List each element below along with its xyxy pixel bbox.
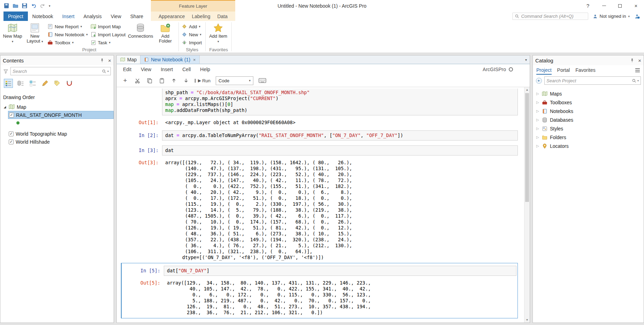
notifications-icon[interactable] <box>634 14 640 19</box>
command-search[interactable] <box>512 13 588 20</box>
list-by-selection-icon[interactable] <box>28 79 37 88</box>
layer-checkbox[interactable]: ✓ <box>9 139 14 144</box>
expand-icon[interactable]: ▷ <box>536 127 539 130</box>
move-cell-down-button[interactable] <box>183 76 190 85</box>
styles-add-button[interactable]: Add▾ <box>182 23 202 30</box>
list-by-snapping-icon[interactable] <box>65 79 74 88</box>
layer-checkbox[interactable]: ✓ <box>9 131 14 136</box>
copy-cell-button[interactable] <box>146 76 153 85</box>
tab-data[interactable]: Data <box>214 12 231 21</box>
menu-help[interactable]: Help <box>200 67 210 72</box>
expand-icon[interactable]: ▷ <box>536 135 539 139</box>
filter-icon[interactable] <box>3 69 8 74</box>
menu-icon[interactable] <box>635 68 640 73</box>
notebook-cell[interactable]: In [2]:dat = arcpy.da.TableToNumPyArray(… <box>121 128 518 143</box>
doc-tab-notebook[interactable]: New Notebook (1) × <box>140 55 199 64</box>
styles-new-button[interactable]: New▾ <box>182 31 202 38</box>
scroll-up-icon[interactable]: ▲ <box>524 87 530 92</box>
catalog-tab-portal[interactable]: Portal <box>557 66 570 75</box>
notebook-cell[interactable]: In [3]:datOut[3]:array([(129., 72.), ( 3… <box>121 143 518 263</box>
expand-icon[interactable]: ▷ <box>536 109 539 113</box>
qat-customize-icon[interactable]: ▾ <box>49 4 51 8</box>
toolbox-button[interactable]: Toolbox▾ <box>47 39 88 46</box>
tab-labeling[interactable]: Labeling <box>189 12 214 21</box>
new-layout-button[interactable]: New Layout ▾ <box>25 22 45 44</box>
cell-type-select[interactable]: Code ▾ <box>216 76 253 85</box>
tab-list-chevron-icon[interactable]: ▾ <box>522 55 530 64</box>
layer-row-selected[interactable]: ✓ RAIL_STAT_ONOFF_MONTH <box>8 111 114 119</box>
cell-code-editor[interactable]: shp_path = "C:/book/data/RAIL_STAT_ONOFF… <box>162 89 518 115</box>
vertical-scrollbar[interactable]: ▲ ▼ <box>524 87 530 323</box>
layer-group-map[interactable]: ◢ Map <box>0 103 114 111</box>
menu-view[interactable]: View <box>141 67 151 72</box>
catalog-search[interactable]: ▾ <box>544 76 641 85</box>
doc-tab-map[interactable]: Map <box>117 55 140 64</box>
run-cell-button[interactable]: ▶ Run <box>195 78 210 83</box>
catalog-item-folders[interactable]: ▷ Folders <box>533 133 644 142</box>
new-project-icon[interactable] <box>3 3 9 9</box>
close-icon[interactable]: × <box>638 58 641 63</box>
add-item-button[interactable]: Add Item ▾ <box>208 22 228 44</box>
collapse-icon[interactable]: ◢ <box>3 105 7 109</box>
add-cell-button[interactable]: + <box>122 76 129 85</box>
catalog-tab-favorites[interactable]: Favorites <box>575 66 596 75</box>
expand-icon[interactable]: ▷ <box>536 118 539 122</box>
chevron-down-icon[interactable]: ▾ <box>107 70 109 73</box>
expand-icon[interactable]: ▷ <box>536 92 539 96</box>
list-by-drawing-order-icon[interactable] <box>4 79 13 88</box>
tab-appearance[interactable]: Appearance <box>155 12 189 21</box>
scrollbar-thumb[interactable] <box>525 93 529 202</box>
tab-notebook[interactable]: Notebook <box>28 12 58 21</box>
expand-icon[interactable]: ▷ <box>536 100 539 104</box>
new-notebook-button[interactable]: New Notebook▾ <box>47 31 88 38</box>
undo-icon[interactable] <box>31 3 37 9</box>
keyboard-shortcuts-button[interactable] <box>259 76 266 85</box>
menu-edit[interactable]: Edit <box>123 67 131 72</box>
add-folder-button[interactable]: Add Folder <box>155 22 175 44</box>
list-by-editing-icon[interactable] <box>40 79 49 88</box>
paste-cell-button[interactable] <box>158 76 165 85</box>
notebook-cell[interactable]: In [5]:dat["ON_7_DAY"]Out[5]:array([129.… <box>121 263 518 318</box>
task-button[interactable]: Task▾ <box>91 39 126 46</box>
redo-icon[interactable] <box>40 3 46 9</box>
cut-cell-button[interactable] <box>134 76 141 85</box>
catalog-item-maps[interactable]: ▷ Maps <box>533 89 644 98</box>
close-button[interactable]: × <box>628 0 644 12</box>
tab-share[interactable]: Share <box>126 12 148 21</box>
connections-button[interactable]: Connections <box>128 22 153 39</box>
notebook-cell[interactable]: shp_path = "C:/book/data/RAIL_STAT_ONOFF… <box>121 89 518 128</box>
menu-insert[interactable]: Insert <box>161 67 173 72</box>
list-by-labeling-icon[interactable] <box>53 79 62 88</box>
catalog-search-input[interactable] <box>546 78 632 83</box>
catalog-item-locators[interactable]: ▷ Locators <box>533 142 644 150</box>
new-report-button[interactable]: New Report▾ <box>47 23 88 30</box>
contents-search[interactable]: ▾ <box>10 67 111 75</box>
menu-cell[interactable]: Cell <box>182 67 191 72</box>
minimize-button[interactable] <box>596 0 612 12</box>
catalog-item-toolboxes[interactable]: ▷ Toolboxes <box>533 98 644 107</box>
command-search-input[interactable] <box>521 14 586 19</box>
layer-checkbox[interactable]: ✓ <box>9 113 14 118</box>
styles-import-button[interactable]: Import <box>182 39 202 46</box>
help-button[interactable]: ? <box>580 0 596 12</box>
expand-icon[interactable]: ▷ <box>536 144 539 148</box>
cell-code-editor[interactable]: dat["ON_7_DAY"] <box>164 266 516 276</box>
cell-code-editor[interactable]: dat <box>162 145 518 156</box>
close-icon[interactable]: × <box>108 58 111 63</box>
pin-icon[interactable] <box>100 58 105 63</box>
move-cell-up-button[interactable] <box>170 76 177 85</box>
maximize-button[interactable] <box>612 0 628 12</box>
notebook-scroll-area[interactable]: shp_path = "C:/book/data/RAIL_STAT_ONOFF… <box>117 87 530 323</box>
catalog-tab-project[interactable]: Project <box>536 66 552 75</box>
catalog-item-notebooks[interactable]: ▷ Notebooks <box>533 107 644 115</box>
contents-search-input[interactable] <box>13 69 102 74</box>
import-map-button[interactable]: Import Map <box>91 23 126 30</box>
tab-project[interactable]: Project <box>3 12 28 21</box>
layer-symbol-row[interactable] <box>0 119 114 127</box>
tab-analysis[interactable]: Analysis <box>79 12 106 21</box>
tab-view[interactable]: View <box>106 12 126 21</box>
close-icon[interactable]: × <box>193 57 196 62</box>
layer-row[interactable]: ✓ World Topographic Map <box>8 130 114 138</box>
back-icon[interactable] <box>536 77 542 84</box>
cell-code-editor[interactable]: dat = arcpy.da.TableToNumPyArray("RAIL_S… <box>162 130 518 141</box>
